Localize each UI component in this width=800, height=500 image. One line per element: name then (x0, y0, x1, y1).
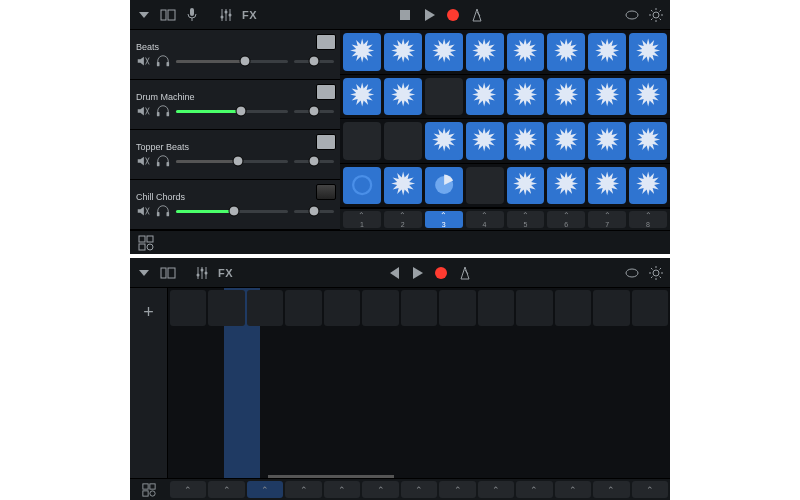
mute-icon[interactable] (136, 154, 150, 168)
fx-button[interactable]: FX (242, 9, 257, 21)
loop-cell[interactable] (547, 78, 585, 116)
add-track-icon[interactable]: + (143, 302, 154, 323)
view-grid-icon[interactable] (160, 7, 176, 23)
loop-cell[interactable] (425, 122, 463, 160)
loop-browser-icon[interactable] (138, 235, 154, 251)
loop-cell[interactable] (547, 33, 585, 71)
section-trigger[interactable]: ⌃ (324, 481, 360, 498)
record-icon[interactable] (433, 265, 449, 281)
settings-icon[interactable] (648, 7, 664, 23)
view-tracks-icon[interactable] (160, 265, 176, 281)
section-trigger[interactable]: ⌃ (285, 481, 321, 498)
settings-icon[interactable] (648, 265, 664, 281)
loop-cell[interactable] (588, 33, 626, 71)
play-icon[interactable] (421, 7, 437, 23)
microphone-icon[interactable] (184, 7, 200, 23)
mute-icon[interactable] (136, 54, 150, 68)
column-trigger[interactable]: ⌃4 (466, 211, 504, 228)
timeline-cell[interactable] (285, 290, 321, 326)
timeline-cell[interactable] (593, 290, 629, 326)
loop-cell[interactable] (629, 33, 667, 71)
view-dropdown-icon[interactable] (136, 7, 152, 23)
loop-cell[interactable] (547, 122, 585, 160)
loop-cell[interactable] (507, 122, 545, 160)
metronome-icon[interactable] (469, 7, 485, 23)
stop-icon[interactable] (397, 7, 413, 23)
section-trigger[interactable]: ⌃ (170, 481, 206, 498)
section-trigger[interactable]: ⌃ (362, 481, 398, 498)
loop-cell[interactable] (425, 33, 463, 71)
keyboard-icon[interactable] (316, 184, 336, 200)
volume-slider[interactable] (176, 110, 288, 113)
loop-icon[interactable] (624, 7, 640, 23)
section-trigger[interactable]: ⌃ (439, 481, 475, 498)
track-header[interactable]: Chill Chords (130, 180, 340, 230)
scrollbar[interactable] (168, 475, 670, 478)
section-trigger[interactable]: ⌃ (555, 481, 591, 498)
timeline-cell[interactable] (516, 290, 552, 326)
loop-cell[interactable] (629, 78, 667, 116)
loop-cell[interactable] (466, 122, 504, 160)
headphones-icon[interactable] (156, 104, 170, 118)
track-header[interactable]: Topper Beats (130, 130, 340, 180)
column-trigger[interactable]: ⌃5 (507, 211, 545, 228)
column-trigger[interactable]: ⌃3 (425, 211, 463, 228)
loop-cell[interactable] (384, 78, 422, 116)
timeline-area[interactable] (168, 288, 670, 478)
volume-slider[interactable] (176, 210, 288, 213)
loop-cell[interactable] (507, 167, 545, 205)
track-header[interactable]: Drum Machine (130, 80, 340, 130)
mute-icon[interactable] (136, 204, 150, 218)
headphones-icon[interactable] (156, 154, 170, 168)
loop-icon[interactable] (624, 265, 640, 281)
section-trigger[interactable]: ⌃ (478, 481, 514, 498)
loop-cell[interactable] (588, 167, 626, 205)
loop-cell[interactable] (384, 167, 422, 205)
mute-icon[interactable] (136, 104, 150, 118)
fx-button[interactable]: FX (218, 267, 233, 279)
record-icon[interactable] (445, 7, 461, 23)
timeline-cell[interactable] (208, 290, 244, 326)
volume-slider[interactable] (176, 60, 288, 63)
loop-cell[interactable] (507, 78, 545, 116)
pan-slider[interactable] (294, 60, 334, 63)
loop-cell[interactable] (629, 122, 667, 160)
section-trigger[interactable]: ⌃ (247, 481, 283, 498)
headphones-icon[interactable] (156, 54, 170, 68)
drum-machine-icon[interactable] (316, 134, 336, 150)
pan-slider[interactable] (294, 160, 334, 163)
loop-cell[interactable] (343, 33, 381, 71)
timeline-cell[interactable] (555, 290, 591, 326)
loop-cell[interactable] (507, 33, 545, 71)
loop-cell[interactable] (466, 167, 504, 205)
column-trigger[interactable]: ⌃2 (384, 211, 422, 228)
timeline-cell[interactable] (401, 290, 437, 326)
track-header[interactable]: Beats (130, 30, 340, 80)
loop-cell[interactable] (466, 33, 504, 71)
volume-slider[interactable] (176, 160, 288, 163)
loop-cell[interactable] (343, 78, 381, 116)
view-dropdown-icon[interactable] (136, 265, 152, 281)
section-trigger[interactable]: ⌃ (516, 481, 552, 498)
play-icon[interactable] (409, 265, 425, 281)
timeline-cell[interactable] (632, 290, 668, 326)
column-trigger[interactable]: ⌃6 (547, 211, 585, 228)
loop-cell[interactable] (547, 167, 585, 205)
timeline-cell[interactable] (478, 290, 514, 326)
drum-machine-icon[interactable] (316, 34, 336, 50)
loop-cell[interactable] (425, 78, 463, 116)
section-trigger[interactable]: ⌃ (208, 481, 244, 498)
column-trigger[interactable]: ⌃1 (343, 211, 381, 228)
pan-slider[interactable] (294, 210, 334, 213)
loop-cell[interactable] (588, 122, 626, 160)
pan-slider[interactable] (294, 110, 334, 113)
loop-cell[interactable] (343, 167, 381, 205)
loop-cell[interactable] (384, 122, 422, 160)
section-trigger[interactable]: ⌃ (401, 481, 437, 498)
loop-browser-icon[interactable] (142, 483, 156, 497)
headphones-icon[interactable] (156, 204, 170, 218)
timeline-cell[interactable] (170, 290, 206, 326)
loop-cell[interactable] (384, 33, 422, 71)
mixer-icon[interactable] (218, 7, 234, 23)
rewind-icon[interactable] (385, 265, 401, 281)
